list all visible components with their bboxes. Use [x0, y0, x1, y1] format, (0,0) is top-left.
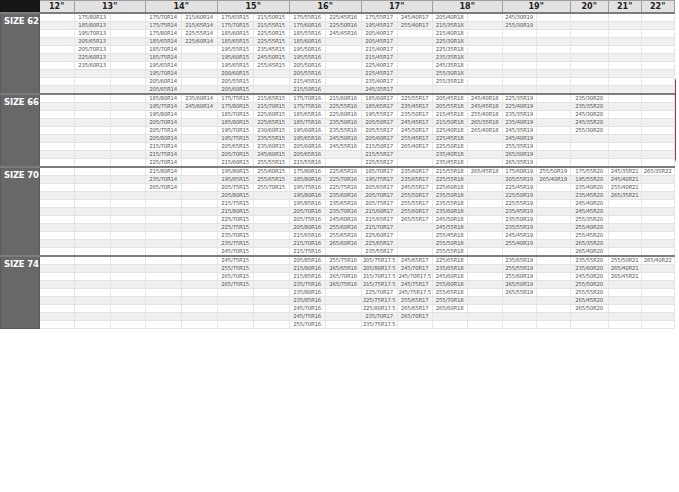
empty-cell [74, 167, 110, 176]
empty-cell [502, 45, 536, 53]
tire-size-cell: 255/35R19 [502, 142, 536, 150]
tire-size-cell: 225/60R18 [432, 183, 467, 191]
tire-size-cell: 255/60R18 [432, 280, 467, 288]
tire-size-cell: 195/65R16 [289, 134, 325, 142]
empty-cell [570, 45, 608, 53]
tire-size-cell: 235/60R20 [570, 264, 608, 272]
tire-size-cell: 225/55R17 [397, 94, 432, 103]
tire-size-cell: 245/75R16 [289, 312, 325, 320]
tire-size-cell: 215/70R15 [253, 102, 289, 110]
tire-size-cell: 205/80R17.5 [361, 264, 397, 272]
tire-size-cell: 195/65R14 [145, 61, 181, 69]
tire-size-cell: 205/75R15 [217, 183, 253, 191]
tire-size-cell: 235/55R15 [253, 134, 289, 142]
empty-cell [608, 61, 641, 69]
empty-cell [397, 231, 432, 239]
empty-cell [641, 231, 674, 239]
empty-cell [536, 199, 570, 207]
tire-size-cell: 245/40R20 [570, 199, 608, 207]
tire-size-cell: 235/70R14 [145, 175, 181, 183]
empty-cell [181, 312, 217, 320]
empty-cell [110, 142, 145, 150]
empty-cell [181, 175, 217, 183]
empty-cell [325, 61, 361, 69]
tire-size-cell: 215/75R16 [289, 247, 325, 256]
empty-cell [467, 280, 502, 288]
empty-cell [641, 45, 674, 53]
tire-size-cell: 225/45R17 [361, 69, 397, 77]
empty-cell [641, 223, 674, 231]
empty-cell [536, 150, 570, 158]
tire-size-cell: 245/40R21 [608, 175, 641, 183]
tire-size-cell: 175/75R16 [289, 102, 325, 110]
tire-size-cell: 235/70R15 [217, 231, 253, 239]
tire-size-cell: 235/65R19 [502, 256, 536, 265]
empty-cell [39, 94, 74, 103]
empty-cell [253, 207, 289, 215]
tire-size-cell: 235/60R15 [253, 142, 289, 150]
empty-cell [608, 110, 641, 118]
tire-size-cell: 235/60R14 [181, 94, 217, 103]
empty-cell [570, 13, 608, 22]
empty-cell [397, 29, 432, 37]
empty-cell [325, 288, 361, 296]
tire-size-cell: 245/45R16 [325, 29, 361, 37]
tire-size-cell: 235/85R16 [289, 296, 325, 304]
tire-size-cell: 205/45R18 [432, 94, 467, 103]
empty-cell [467, 272, 502, 280]
tire-size-cell: 255/40R21 [608, 183, 641, 191]
empty-cell [467, 69, 502, 77]
empty-cell [39, 142, 74, 150]
empty-cell [39, 183, 74, 191]
empty-cell [536, 304, 570, 312]
empty-cell [39, 207, 74, 215]
empty-cell [641, 110, 674, 118]
empty-cell [536, 126, 570, 134]
tire-size-cell: 255/30R19 [502, 21, 536, 29]
tire-size-cell: 205/85R16 [289, 256, 325, 265]
empty-cell [641, 53, 674, 61]
tire-size-cell: 265/70R14 [145, 183, 181, 191]
empty-cell [110, 167, 145, 176]
tire-size-cell: 255/30R20 [570, 126, 608, 134]
empty-cell [641, 102, 674, 110]
empty-cell [536, 37, 570, 45]
tire-size-cell: 245/40R19 [502, 134, 536, 142]
tire-size-cell: 205/55R17 [361, 126, 397, 134]
empty-cell [39, 29, 74, 37]
empty-cell [39, 247, 74, 256]
empty-cell [608, 296, 641, 304]
empty-cell [39, 61, 74, 69]
tire-size-cell: 225/60R16 [325, 110, 361, 118]
tire-size-cell: 205/60R14 [145, 77, 181, 85]
tire-size-cell: 205/55R16 [289, 69, 325, 77]
empty-cell [467, 45, 502, 53]
empty-cell [74, 215, 110, 223]
tire-size-cell: 265/70R17 [397, 312, 432, 320]
empty-cell [325, 69, 361, 77]
tire-size-cell: 245/75R17.5 [397, 288, 432, 296]
tire-size-cell: 175/65R15 [217, 13, 253, 22]
tire-size-cell: 215/80R14 [145, 167, 181, 176]
tire-size-cell: 245/35R17 [361, 85, 397, 94]
tire-size-cell: 265/45R21 [608, 272, 641, 280]
tire-size-cell: 185/65R16 [289, 110, 325, 118]
empty-cell [325, 85, 361, 94]
empty-cell [536, 256, 570, 265]
empty-cell [641, 207, 674, 215]
tire-size-cell: 225/75R16 [325, 183, 361, 191]
tire-size-cell: 235/45R18 [432, 158, 467, 167]
empty-cell [641, 142, 674, 150]
empty-cell [608, 53, 641, 61]
empty-cell [110, 29, 145, 37]
empty-cell [181, 320, 217, 328]
tire-size-cell: 255/65R15 [253, 175, 289, 183]
tire-size-cell: 185/70R17 [361, 167, 397, 176]
tire-size-cell: 245/60R16 [325, 215, 361, 223]
tire-size-cell: 225/60R14 [181, 37, 217, 45]
empty-cell [502, 296, 536, 304]
tire-size-cell: 215/35R18 [432, 21, 467, 29]
tire-size-cell: 245/50R16 [325, 134, 361, 142]
tire-size-cell: 215/60R14 [181, 13, 217, 22]
empty-cell [467, 264, 502, 272]
